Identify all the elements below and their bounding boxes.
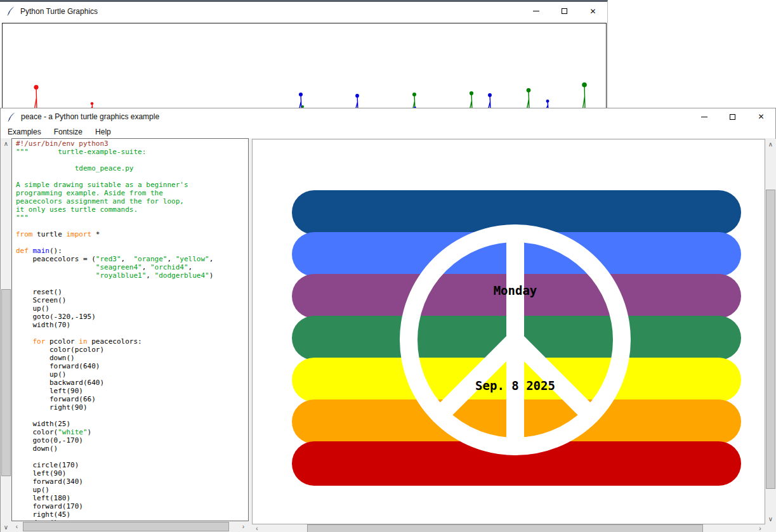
code-line: left(90) bbox=[16, 387, 248, 395]
code-line: it only uses turtle commands. bbox=[16, 205, 248, 214]
code-line bbox=[16, 280, 248, 288]
turtle-figures bbox=[3, 23, 606, 113]
scroll-up-icon[interactable]: ∧ bbox=[1, 138, 11, 149]
code-line bbox=[16, 172, 248, 181]
code-line: color("white") bbox=[16, 428, 248, 436]
scroll-right-icon[interactable]: › bbox=[238, 521, 249, 532]
code-line: "royalblue1", "dodgerblue4") bbox=[16, 271, 248, 280]
canvas-label-1: Sep. 8 2025 bbox=[475, 379, 555, 393]
code-line: up() bbox=[16, 370, 248, 379]
code-line: """ turtle-example-suite: bbox=[16, 148, 248, 156]
code-hscroll-thumb[interactable] bbox=[23, 522, 229, 531]
peace-drawing: MondaySep. 8 2025 bbox=[253, 139, 765, 524]
code-line: down() bbox=[16, 354, 248, 362]
code-line: "seagreen4", "orchid4", bbox=[16, 263, 248, 271]
peace-titlebar[interactable]: peace - a Python turtle graphics example… bbox=[1, 108, 775, 125]
menu-help[interactable]: Help bbox=[89, 125, 117, 138]
code-line: circle(170) bbox=[16, 461, 248, 469]
code-line: right(90) bbox=[16, 403, 248, 412]
code-vertical-scrollbar[interactable]: ∧ ∨ bbox=[1, 138, 11, 532]
code-line: for pcolor in peacecolors: bbox=[16, 337, 248, 346]
code-line: Screen() bbox=[16, 296, 248, 304]
tk-feather-icon bbox=[7, 6, 15, 16]
close-button[interactable]: ✕ bbox=[579, 2, 607, 20]
code-vscroll-thumb[interactable] bbox=[1, 289, 11, 476]
code-line: #!/usr/bin/env python3 bbox=[16, 139, 248, 148]
code-line bbox=[16, 453, 248, 461]
code-line: def main(): bbox=[16, 247, 248, 255]
close-button[interactable]: ✕ bbox=[747, 108, 775, 125]
close-icon: ✕ bbox=[589, 8, 596, 15]
canvas-vscroll-thumb[interactable] bbox=[766, 190, 775, 489]
code-line: up() bbox=[16, 486, 248, 494]
code-line: left(180) bbox=[16, 494, 248, 502]
maximize-icon bbox=[730, 114, 735, 120]
code-horizontal-scrollbar[interactable]: ‹ › bbox=[11, 521, 249, 532]
code-line bbox=[16, 412, 248, 420]
window-title: Python Turtle Graphics bbox=[20, 7, 98, 16]
canvas-label-0: Monday bbox=[494, 283, 537, 297]
code-line: left(90) bbox=[16, 469, 248, 477]
maximize-button[interactable] bbox=[550, 2, 579, 20]
canvas-horizontal-scrollbar[interactable]: ‹ › bbox=[252, 524, 765, 532]
tk-feather-icon bbox=[8, 112, 16, 122]
code-line bbox=[16, 329, 248, 337]
code-line: peacecolors assignment and the for loop, bbox=[16, 197, 248, 205]
graphics-canvas: MondaySep. 8 2025 bbox=[252, 139, 765, 524]
scroll-left-icon[interactable]: ‹ bbox=[11, 521, 22, 532]
turtle-graphics-window: Python Turtle Graphics ✕ bbox=[0, 0, 608, 112]
code-line: from turtle import * bbox=[16, 230, 248, 238]
code-line: width(70) bbox=[16, 321, 248, 329]
code-line: forward(66) bbox=[16, 395, 248, 403]
scrollbar-corner bbox=[765, 524, 776, 532]
code-line: up() bbox=[16, 304, 248, 313]
code-line: color(pcolor) bbox=[16, 346, 248, 354]
turtle-graphics-canvas bbox=[2, 23, 607, 114]
scroll-down-icon[interactable]: ∨ bbox=[1, 522, 11, 532]
minimize-icon bbox=[533, 11, 539, 11]
scroll-down-icon[interactable]: ∨ bbox=[765, 514, 776, 524]
window-title: peace - a Python turtle graphics example bbox=[21, 112, 159, 121]
code-line: forward(170) bbox=[16, 502, 248, 510]
code-line: forward(340) bbox=[16, 477, 248, 486]
canvas-hscroll-thumb[interactable] bbox=[307, 524, 703, 532]
code-line: width(25) bbox=[16, 420, 248, 428]
maximize-icon bbox=[562, 8, 567, 14]
code-line: right(45) bbox=[16, 510, 248, 519]
scroll-up-icon[interactable]: ∧ bbox=[765, 139, 776, 150]
peace-window: peace - a Python turtle graphics example… bbox=[0, 108, 776, 532]
code-line: down() bbox=[16, 444, 248, 453]
minimize-button[interactable] bbox=[522, 2, 550, 20]
code-line: programming example. Aside from the bbox=[16, 189, 248, 197]
source-code-pane[interactable]: #!/usr/bin/env python3""" turtle-example… bbox=[11, 138, 249, 521]
code-line: peacecolors = ("red3", "orange", "yellow… bbox=[16, 255, 248, 263]
menubar: Examples Fontsize Help bbox=[1, 125, 775, 138]
scroll-left-icon[interactable]: ‹ bbox=[252, 524, 262, 532]
code-text: #!/usr/bin/env python3""" turtle-example… bbox=[12, 139, 248, 521]
code-line bbox=[16, 238, 248, 247]
close-icon: ✕ bbox=[758, 113, 764, 120]
desktop: Python Turtle Graphics ✕ peace - a Pytho… bbox=[0, 0, 776, 532]
code-line: tdemo_peace.py bbox=[16, 164, 248, 172]
canvas-vertical-scrollbar[interactable]: ∧ ∨ bbox=[765, 139, 776, 524]
code-line: reset() bbox=[16, 288, 248, 296]
code-line: goto(0,-170) bbox=[16, 436, 248, 444]
scroll-right-icon[interactable]: › bbox=[755, 524, 765, 532]
code-line: """ bbox=[16, 214, 248, 222]
menu-examples[interactable]: Examples bbox=[1, 125, 48, 138]
code-line: forward(640) bbox=[16, 362, 248, 370]
minimize-button[interactable] bbox=[690, 108, 718, 125]
minimize-icon bbox=[701, 117, 707, 117]
turtle-graphics-titlebar[interactable]: Python Turtle Graphics ✕ bbox=[0, 2, 607, 20]
maximize-button[interactable] bbox=[718, 108, 747, 125]
code-line bbox=[16, 222, 248, 230]
code-line: backward(640) bbox=[16, 379, 248, 387]
menu-fontsize[interactable]: Fontsize bbox=[48, 125, 89, 138]
code-line bbox=[16, 156, 248, 164]
code-line: goto(-320,-195) bbox=[16, 313, 248, 321]
code-line: A simple drawing suitable as a beginner'… bbox=[16, 181, 248, 189]
